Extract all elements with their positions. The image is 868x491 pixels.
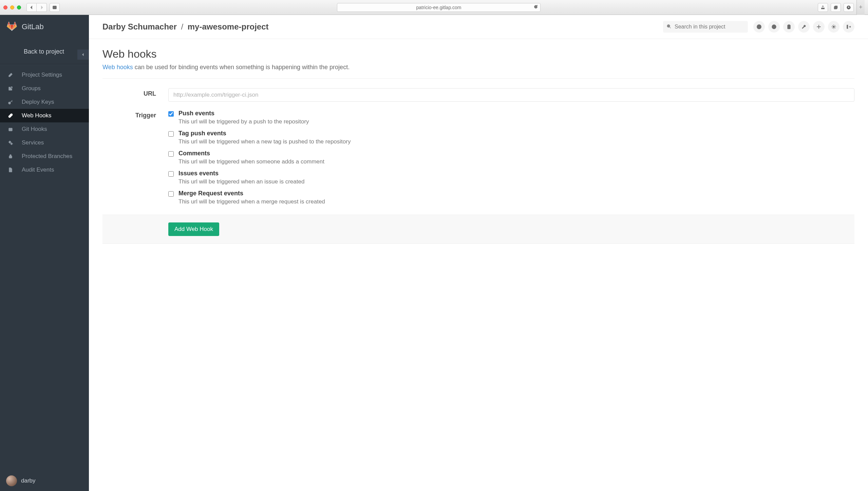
sidebar-item-groups[interactable]: Groups bbox=[0, 82, 89, 95]
new-tab-button[interactable]: + bbox=[856, 0, 865, 15]
sidebar-item-deploy-keys[interactable]: Deploy Keys bbox=[0, 95, 89, 109]
breadcrumb-owner[interactable]: Darby Schumacher bbox=[102, 22, 177, 31]
gear-icon[interactable] bbox=[828, 21, 839, 33]
file-icon bbox=[7, 167, 14, 173]
sidebar-item-label: Audit Events bbox=[22, 166, 54, 173]
trigger-merge-request-events[interactable]: Merge Request eventsThis url will be tri… bbox=[168, 190, 854, 205]
sidebar-item-label: Web Hooks bbox=[22, 112, 52, 119]
nav-back-button[interactable] bbox=[26, 3, 37, 12]
trigger-desc: This url will be triggered when an issue… bbox=[178, 178, 304, 185]
breadcrumb-separator: / bbox=[179, 22, 185, 31]
breadcrumb: Darby Schumacher / my-awesome-project bbox=[102, 22, 269, 32]
back-to-project-link[interactable]: Back to project bbox=[0, 39, 89, 64]
topbar-icon-buttons bbox=[753, 21, 854, 33]
clipboard-icon[interactable] bbox=[783, 21, 795, 33]
trigger-desc: This url will be triggered by a push to … bbox=[178, 118, 309, 125]
share-icon bbox=[7, 86, 14, 91]
nav-buttons bbox=[26, 3, 47, 12]
sidebar-item-label: Deploy Keys bbox=[22, 99, 54, 105]
share-button[interactable] bbox=[818, 3, 828, 12]
sidebar-item-label: Protected Branches bbox=[22, 153, 72, 160]
edit-icon bbox=[7, 72, 14, 78]
trigger-desc: This url will be triggered when someone … bbox=[178, 158, 324, 165]
downloads-button[interactable] bbox=[844, 3, 854, 12]
trigger-checkbox[interactable] bbox=[168, 131, 174, 137]
url-input[interactable] bbox=[168, 88, 854, 102]
tabs-button[interactable] bbox=[831, 3, 841, 12]
trigger-checkbox[interactable] bbox=[168, 191, 174, 197]
trigger-checkbox[interactable] bbox=[168, 111, 174, 117]
topbar: Darby Schumacher / my-awesome-project bbox=[89, 15, 868, 39]
brand[interactable]: GitLab bbox=[0, 15, 89, 39]
svg-point-18 bbox=[833, 26, 834, 27]
svg-rect-3 bbox=[834, 6, 837, 9]
window-maximize-button[interactable] bbox=[17, 5, 21, 9]
lock-icon bbox=[7, 154, 14, 159]
search-icon bbox=[666, 24, 671, 30]
reload-icon[interactable] bbox=[533, 4, 538, 10]
sidebar-item-web-hooks[interactable]: Web Hooks bbox=[0, 109, 89, 122]
window-minimize-button[interactable] bbox=[10, 5, 14, 9]
trigger-title: Issues events bbox=[178, 170, 304, 177]
page-subtitle: Web hooks can be used for binding events… bbox=[102, 64, 854, 71]
brand-name: GitLab bbox=[22, 22, 44, 31]
svg-rect-17 bbox=[788, 25, 790, 25]
subtitle-link[interactable]: Web hooks bbox=[102, 64, 133, 71]
svg-point-9 bbox=[9, 141, 11, 143]
page: Web hooks Web hooks can be used for bind… bbox=[89, 39, 868, 253]
window-close-button[interactable] bbox=[3, 5, 7, 9]
trigger-push-events[interactable]: Push eventsThis url will be triggered by… bbox=[168, 110, 854, 125]
sidebar-item-label: Groups bbox=[22, 85, 41, 92]
key-icon bbox=[7, 99, 14, 105]
address-url: patricio-ee.gitlap.com bbox=[416, 5, 461, 10]
sidebar-item-audit-events[interactable]: Audit Events bbox=[0, 163, 89, 177]
sidebar-item-label: Project Settings bbox=[22, 72, 62, 78]
sidebar-item-services[interactable]: Services bbox=[0, 136, 89, 150]
page-title: Web hooks bbox=[102, 48, 854, 60]
trigger-list: Push eventsThis url will be triggered by… bbox=[168, 110, 854, 205]
main: Darby Schumacher / my-awesome-project We… bbox=[89, 15, 868, 491]
logout-icon[interactable] bbox=[843, 21, 854, 33]
subtitle-text: can be used for binding events when some… bbox=[133, 64, 350, 71]
sidebar-toggle-button[interactable] bbox=[50, 3, 60, 12]
search-input[interactable] bbox=[663, 21, 748, 33]
page-divider bbox=[102, 78, 854, 79]
trigger-checkbox[interactable] bbox=[168, 171, 174, 177]
add-web-hook-button[interactable]: Add Web Hook bbox=[168, 222, 219, 236]
trigger-label: Trigger bbox=[102, 110, 156, 205]
help-icon[interactable] bbox=[753, 21, 765, 33]
address-bar[interactable]: patricio-ee.gitlap.com bbox=[337, 3, 541, 12]
sidebar-item-git-hooks[interactable]: Git Hooks bbox=[0, 122, 89, 136]
hook-icon bbox=[7, 126, 14, 132]
sidebar-item-label: Git Hooks bbox=[22, 126, 47, 133]
sidebar-nav: Project SettingsGroupsDeploy KeysWeb Hoo… bbox=[0, 65, 89, 177]
app-root: GitLab Back to project Project SettingsG… bbox=[0, 15, 868, 491]
submit-bar: Add Web Hook bbox=[102, 215, 854, 244]
svg-rect-11 bbox=[9, 156, 12, 158]
trigger-issues-events[interactable]: Issues eventsThis url will be triggered … bbox=[168, 170, 854, 185]
trigger-title: Tag push events bbox=[178, 130, 351, 137]
trigger-desc: This url will be triggered when a merge … bbox=[178, 198, 325, 205]
sidebar-user[interactable]: darby bbox=[0, 471, 89, 491]
sidebar-item-project-settings[interactable]: Project Settings bbox=[0, 68, 89, 82]
sidebar-collapse-button[interactable] bbox=[77, 50, 89, 60]
trigger-comments[interactable]: CommentsThis url will be triggered when … bbox=[168, 150, 854, 165]
wrench-icon[interactable] bbox=[798, 21, 810, 33]
search-wrap bbox=[663, 21, 748, 33]
sidebar-item-label: Services bbox=[22, 139, 44, 146]
svg-rect-16 bbox=[788, 25, 790, 29]
cogs-icon bbox=[7, 140, 14, 145]
trigger-tag-push-events[interactable]: Tag push eventsThis url will be triggere… bbox=[168, 130, 854, 145]
sidebar-item-protected-branches[interactable]: Protected Branches bbox=[0, 150, 89, 163]
globe-icon[interactable] bbox=[768, 21, 780, 33]
svg-point-8 bbox=[11, 129, 12, 130]
svg-point-12 bbox=[667, 25, 670, 27]
trigger-title: Push events bbox=[178, 110, 309, 117]
form-row-trigger: Trigger Push eventsThis url will be trig… bbox=[102, 110, 854, 205]
breadcrumb-project[interactable]: my-awesome-project bbox=[188, 22, 269, 31]
nav-forward-button[interactable] bbox=[37, 3, 47, 12]
trigger-desc: This url will be triggered when a new ta… bbox=[178, 138, 351, 145]
trigger-checkbox[interactable] bbox=[168, 151, 174, 157]
plus-icon[interactable] bbox=[813, 21, 825, 33]
link-icon bbox=[7, 113, 14, 118]
